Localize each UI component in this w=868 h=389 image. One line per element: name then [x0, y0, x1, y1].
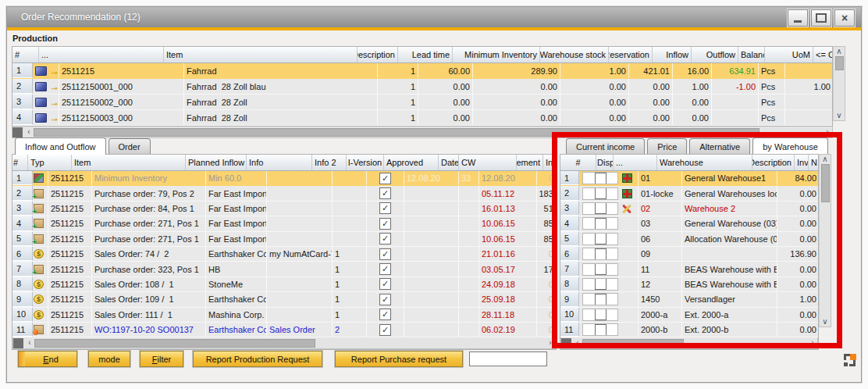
uom[interactable]: Pcs: [759, 79, 785, 94]
flow-row[interactable]: 9 2511215 Sales Order: 109 / 1 Earthshak…: [12, 292, 557, 307]
scroll-right-icon[interactable]: ›: [823, 127, 832, 137]
approved-checkbox[interactable]: ✓: [379, 278, 391, 290]
warehouse-code[interactable]: 01-locke: [639, 186, 682, 200]
scroll-up-icon[interactable]: ∧: [820, 155, 830, 164]
report-production-request-button[interactable]: Report Production Request: [193, 351, 322, 367]
flow-hscrollbar[interactable]: ‹ ›: [12, 337, 556, 349]
row-number[interactable]: 10: [560, 308, 579, 322]
cw[interactable]: [459, 323, 479, 337]
row-number[interactable]: 2: [560, 186, 579, 200]
column-header[interactable]: Warehouse stock: [540, 47, 609, 62]
item-code[interactable]: 2511215: [48, 247, 92, 261]
item-description[interactable]: Fahrrad 28 Zoll: [184, 95, 378, 109]
display-checkbox[interactable]: [595, 294, 607, 305]
row-number[interactable]: 11: [560, 323, 579, 337]
row-number[interactable]: 11: [12, 323, 33, 337]
planned-inflow-outflow[interactable]: Sales Order: 111 / 1: [92, 308, 206, 322]
i-version[interactable]: [333, 202, 367, 216]
warehouse-row[interactable]: 10 2000-a Ext. 2000-a 0.00: [560, 308, 819, 323]
item-code[interactable]: 25112150001_000: [59, 79, 184, 94]
info[interactable]: HB: [206, 262, 267, 276]
warehouse-description[interactable]: Warehouse 2: [682, 202, 777, 216]
column-header[interactable]: <= CW 33: [813, 47, 833, 62]
flow-row[interactable]: 4 2511215 Purchase order: 271, Pos 1 Far…: [12, 216, 557, 231]
date-of-order[interactable]: [404, 216, 459, 230]
balance[interactable]: 634.91: [712, 63, 759, 78]
footer-input[interactable]: [469, 352, 547, 366]
inflow-qty[interactable]: 0.0: [537, 247, 557, 261]
info[interactable]: Far East Imports: [206, 202, 267, 216]
planned-inflow-outflow[interactable]: Minimum Inventory: [92, 171, 206, 185]
date-of-requirement[interactable]: 24.09.18: [479, 277, 537, 291]
column-header[interactable]: ...: [39, 47, 164, 62]
info-2[interactable]: [267, 232, 333, 246]
approved-checkbox[interactable]: ✓: [379, 218, 391, 230]
info[interactable]: Earthshaker Cor: [206, 323, 267, 337]
cw[interactable]: [459, 292, 479, 306]
planned-inflow-outflow[interactable]: Purchase order: 271, Pos 1: [92, 216, 206, 230]
item-description[interactable]: Fahrrad 28 Zoll: [184, 110, 378, 125]
planned-inflow-outflow[interactable]: Purchase order: 84, Pos 1: [92, 202, 206, 216]
warehouse-description[interactable]: Ext. 2000-a: [682, 308, 777, 322]
column-header[interactable]: UoM: [765, 47, 813, 62]
cw-quantity[interactable]: 1.00: [785, 79, 833, 94]
planned-inflow-outflow[interactable]: Purchase order: 323, Pos 1: [92, 262, 206, 276]
row-number[interactable]: 3: [12, 95, 33, 109]
column-header[interactable]: ...: [614, 155, 657, 170]
scroll-thumb[interactable]: [34, 339, 315, 348]
warehouse-row[interactable]: 9 1450 Versandlager 1.00: [560, 292, 819, 307]
row-number[interactable]: 3: [12, 202, 33, 216]
inflow[interactable]: 0.00: [629, 95, 673, 109]
lead-time[interactable]: 1: [378, 63, 418, 78]
scroll-left-icon[interactable]: ‹: [573, 338, 582, 348]
approved-checkbox[interactable]: ✓: [379, 294, 391, 305]
date-of-requirement[interactable]: 10.06.15: [479, 216, 537, 230]
flow-row[interactable]: 2 2511215 Purchase order: 79, Pos 2 Far …: [12, 186, 557, 201]
minimum-inventory[interactable]: 0.00: [418, 95, 473, 109]
column-header[interactable]: N: [809, 155, 819, 170]
column-header[interactable]: Minimum Inventory: [453, 47, 540, 62]
outflow[interactable]: 0.00: [673, 95, 712, 109]
item-description[interactable]: Fahrrad: [184, 63, 378, 78]
minimum-inventory[interactable]: 0.00: [418, 110, 473, 125]
column-header[interactable]: Date of requirement: [517, 155, 543, 170]
item-code[interactable]: 2511215: [48, 308, 92, 322]
i-version[interactable]: 1: [333, 247, 367, 261]
info-2[interactable]: my NumAtCard-74: [267, 247, 333, 261]
approved-checkbox[interactable]: ✓: [379, 248, 391, 260]
info[interactable]: StoneMe: [206, 277, 267, 291]
info[interactable]: Mashina Corp.: [206, 308, 267, 322]
approved-checkbox[interactable]: ✓: [379, 263, 391, 275]
inventory[interactable]: 1.00: [777, 292, 819, 306]
row-number[interactable]: 5: [560, 232, 579, 246]
scroll-track[interactable]: [821, 164, 830, 317]
uom[interactable]: Pcs: [759, 63, 785, 78]
date-of-order[interactable]: [404, 232, 459, 246]
item-row[interactable]: 3 → 25112150002_000 Fahrrad 28 Zoll 1 0.…: [12, 95, 832, 110]
planned-inflow-outflow[interactable]: Sales Order: 108 / 1: [92, 277, 206, 291]
row-number[interactable]: 6: [12, 247, 33, 261]
flow-row[interactable]: 5 2511215 Purchase order: 271, Pos 1 Far…: [12, 232, 557, 247]
tab-current-income[interactable]: Current income: [566, 138, 645, 154]
planned-inflow-outflow[interactable]: Purchase order: 79, Pos 2: [92, 186, 206, 200]
info-2[interactable]: [267, 202, 333, 216]
items-hscrollbar[interactable]: ‹ ›: [12, 127, 833, 138]
info[interactable]: Far East Imports: [206, 186, 267, 200]
row-number[interactable]: 7: [12, 262, 33, 276]
tab-order[interactable]: Order: [108, 138, 151, 154]
column-header[interactable]: I-Version: [347, 155, 384, 170]
display-checkbox[interactable]: [595, 187, 607, 199]
date-of-order[interactable]: [404, 308, 459, 322]
display-checkbox[interactable]: [595, 173, 607, 184]
uom[interactable]: Pcs: [759, 95, 785, 109]
inflow-qty[interactable]: 51.0: [537, 202, 557, 216]
warehouse-row[interactable]: 6 09 136.90: [560, 247, 819, 262]
info-2[interactable]: [267, 171, 333, 185]
row-number[interactable]: 7: [560, 262, 579, 276]
row-number[interactable]: 5: [12, 232, 33, 246]
display-checkbox[interactable]: [595, 309, 607, 320]
lead-time[interactable]: 1: [378, 79, 418, 94]
scroll-track[interactable]: [34, 339, 546, 348]
inventory[interactable]: 0.00: [777, 323, 819, 337]
inventory[interactable]: 0.00: [777, 232, 819, 246]
